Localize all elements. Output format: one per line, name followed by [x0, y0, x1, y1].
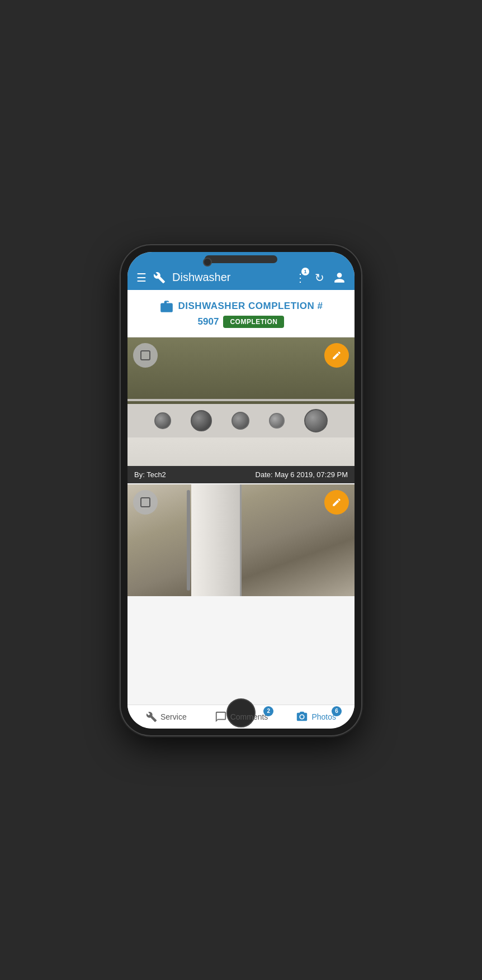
user-icon[interactable]: [333, 272, 346, 284]
edit-button-2[interactable]: [324, 490, 349, 515]
checkbox-icon-2: [140, 497, 150, 507]
appliance-photo-1: [127, 337, 355, 466]
phone-screen: ☰ Dishwasher ⋮ 1 ↻: [127, 252, 355, 729]
header-actions: ⋮ 1 ↻: [295, 271, 346, 284]
service-label: Service: [160, 712, 187, 721]
completion-badge: COMPLETION: [223, 316, 284, 328]
title-section: DISHWASHER COMPLETION # 5907 COMPLETION: [127, 290, 355, 337]
photo-date-1: Date: May 6 2019, 07:29 PM: [256, 470, 348, 479]
header-title: Dishwasher: [172, 271, 288, 284]
notification-badge: 1: [301, 268, 309, 275]
photos-camera-icon: [296, 711, 308, 723]
service-wrench-icon: [146, 711, 157, 722]
photo-card-2: [127, 484, 355, 596]
photo-card-1: By: Tech2 Date: May 6 2019, 07:29 PM: [127, 337, 355, 483]
checkbox-icon-1: [140, 350, 150, 360]
refresh-icon[interactable]: ↻: [315, 271, 324, 284]
photo-caption-1: By: Tech2 Date: May 6 2019, 07:29 PM: [127, 466, 355, 483]
comments-icon: [215, 711, 227, 723]
photos-badge: 6: [332, 706, 342, 716]
status-bar: [127, 252, 355, 265]
photo-by-1: By: Tech2: [134, 470, 166, 479]
edit-button-1[interactable]: [324, 343, 349, 368]
appliance-photo-2: [127, 484, 355, 596]
title-row: DISHWASHER COMPLETION #: [136, 299, 346, 313]
nav-service[interactable]: Service: [146, 711, 187, 722]
title-number-row: 5907 COMPLETION: [136, 316, 346, 328]
completion-title: DISHWASHER COMPLETION #: [178, 301, 323, 312]
checkbox-button-2[interactable]: [133, 490, 158, 515]
briefcase-icon: [159, 299, 174, 313]
page-content: DISHWASHER COMPLETION # 5907 COMPLETION: [127, 290, 355, 705]
comments-badge: 2: [263, 706, 273, 716]
notification-wrapper[interactable]: ⋮ 1: [295, 271, 306, 284]
nav-photos[interactable]: Photos 6: [296, 711, 336, 723]
phone-frame: ☰ Dishwasher ⋮ 1 ↻: [121, 245, 361, 735]
app-header: ☰ Dishwasher ⋮ 1 ↻: [127, 265, 355, 290]
checkbox-button-1[interactable]: [133, 343, 158, 368]
nav-comments[interactable]: Comments 2: [215, 711, 268, 723]
comments-label: Comments: [230, 712, 268, 721]
menu-icon[interactable]: ☰: [136, 272, 147, 283]
completion-number: 5907: [198, 316, 219, 327]
header-wrench-icon: [153, 272, 166, 284]
